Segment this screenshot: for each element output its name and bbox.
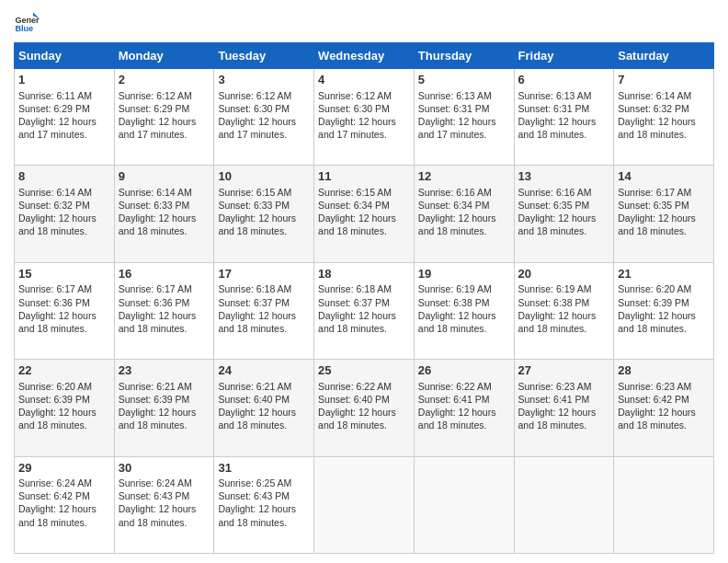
- daylight-label: Daylight: 12 hours and 18 minutes.: [218, 213, 296, 236]
- calendar-cell: 9 Sunrise: 6:14 AM Sunset: 6:33 PM Dayli…: [114, 166, 214, 262]
- daylight-label: Daylight: 12 hours and 18 minutes.: [18, 310, 97, 334]
- calendar-cell: 20 Sunrise: 6:19 AM Sunset: 6:38 PM Dayl…: [514, 262, 614, 359]
- daylight-label: Daylight: 12 hours and 17 minutes.: [418, 116, 496, 140]
- day-number: 22: [18, 362, 110, 379]
- day-number: 26: [418, 362, 510, 379]
- calendar-cell: 13 Sunrise: 6:16 AM Sunset: 6:35 PM Dayl…: [514, 166, 614, 262]
- daylight-label: Daylight: 12 hours and 18 minutes.: [618, 116, 696, 140]
- sunrise-label: Sunrise: 6:24 AM: [18, 477, 92, 488]
- calendar-cell: 25 Sunrise: 6:22 AM Sunset: 6:40 PM Dayl…: [314, 360, 415, 456]
- sunrise-label: Sunrise: 6:13 AM: [518, 90, 592, 101]
- sunrise-label: Sunrise: 6:23 AM: [518, 381, 592, 392]
- sunset-label: Sunset: 6:33 PM: [218, 200, 290, 211]
- sunset-label: Sunset: 6:43 PM: [218, 490, 290, 501]
- calendar-cell: 19 Sunrise: 6:19 AM Sunset: 6:38 PM Dayl…: [414, 262, 514, 359]
- daylight-label: Daylight: 12 hours and 18 minutes.: [119, 310, 197, 334]
- sunset-label: Sunset: 6:39 PM: [18, 394, 90, 405]
- sunset-label: Sunset: 6:35 PM: [618, 200, 689, 211]
- daylight-label: Daylight: 12 hours and 18 minutes.: [318, 310, 396, 334]
- daylight-label: Daylight: 12 hours and 18 minutes.: [119, 407, 197, 431]
- daylight-label: Daylight: 12 hours and 18 minutes.: [18, 503, 97, 527]
- day-number: 2: [119, 72, 210, 88]
- sunset-label: Sunset: 6:34 PM: [318, 200, 390, 211]
- calendar-row: 22 Sunrise: 6:20 AM Sunset: 6:39 PM Dayl…: [15, 360, 714, 456]
- daylight-label: Daylight: 12 hours and 17 minutes.: [18, 116, 97, 140]
- sunset-label: Sunset: 6:33 PM: [119, 200, 190, 211]
- sunset-label: Sunset: 6:30 PM: [218, 103, 290, 114]
- daylight-label: Daylight: 12 hours and 18 minutes.: [518, 116, 597, 140]
- sunrise-label: Sunrise: 6:15 AM: [218, 187, 291, 198]
- sunrise-label: Sunrise: 6:12 AM: [119, 90, 192, 101]
- sunset-label: Sunset: 6:42 PM: [18, 490, 90, 501]
- daylight-label: Daylight: 12 hours and 18 minutes.: [119, 503, 197, 527]
- sunrise-label: Sunrise: 6:14 AM: [618, 90, 691, 101]
- daylight-label: Daylight: 12 hours and 18 minutes.: [618, 310, 696, 334]
- calendar-cell: 24 Sunrise: 6:21 AM Sunset: 6:40 PM Dayl…: [214, 360, 314, 456]
- sunrise-label: Sunrise: 6:21 AM: [218, 381, 291, 392]
- calendar-cell: 22 Sunrise: 6:20 AM Sunset: 6:39 PM Dayl…: [15, 360, 115, 456]
- calendar-cell: 31 Sunrise: 6:25 AM Sunset: 6:43 PM Dayl…: [214, 456, 314, 553]
- day-number: 9: [119, 168, 210, 185]
- sunrise-label: Sunrise: 6:22 AM: [418, 381, 492, 392]
- sunset-label: Sunset: 6:40 PM: [218, 394, 290, 405]
- logo-icon: General Blue: [14, 9, 40, 35]
- sunset-label: Sunset: 6:31 PM: [518, 103, 590, 114]
- calendar-row: 15 Sunrise: 6:17 AM Sunset: 6:36 PM Dayl…: [15, 262, 714, 359]
- calendar-header-row: SundayMondayTuesdayWednesdayThursdayFrid…: [15, 43, 714, 69]
- daylight-label: Daylight: 12 hours and 18 minutes.: [18, 213, 97, 236]
- day-number: 1: [18, 72, 110, 88]
- calendar-cell: 17 Sunrise: 6:18 AM Sunset: 6:37 PM Dayl…: [214, 262, 314, 359]
- calendar-cell: 10 Sunrise: 6:15 AM Sunset: 6:33 PM Dayl…: [214, 166, 314, 262]
- day-number: 10: [218, 168, 310, 185]
- day-number: 29: [18, 460, 110, 477]
- calendar-cell: 5 Sunrise: 6:13 AM Sunset: 6:31 PM Dayli…: [414, 69, 514, 166]
- calendar-cell: 11 Sunrise: 6:15 AM Sunset: 6:34 PM Dayl…: [314, 166, 415, 262]
- day-of-week-header: Sunday: [15, 43, 115, 69]
- day-number: 5: [418, 72, 510, 88]
- day-number: 24: [218, 362, 310, 379]
- calendar-cell: 16 Sunrise: 6:17 AM Sunset: 6:36 PM Dayl…: [114, 262, 214, 359]
- day-number: 4: [318, 72, 410, 88]
- calendar-cell: 27 Sunrise: 6:23 AM Sunset: 6:41 PM Dayl…: [514, 360, 614, 456]
- daylight-label: Daylight: 12 hours and 17 minutes.: [318, 116, 396, 140]
- calendar-cell: 21 Sunrise: 6:20 AM Sunset: 6:39 PM Dayl…: [614, 262, 714, 359]
- day-number: 14: [618, 168, 710, 185]
- day-of-week-header: Saturday: [614, 43, 714, 69]
- daylight-label: Daylight: 12 hours and 18 minutes.: [418, 213, 496, 236]
- sunset-label: Sunset: 6:38 PM: [418, 297, 490, 308]
- day-of-week-header: Thursday: [414, 43, 514, 69]
- day-number: 18: [318, 266, 410, 282]
- sunrise-label: Sunrise: 6:16 AM: [518, 187, 592, 198]
- calendar-cell: 18 Sunrise: 6:18 AM Sunset: 6:37 PM Dayl…: [314, 262, 415, 359]
- calendar-cell: 4 Sunrise: 6:12 AM Sunset: 6:30 PM Dayli…: [314, 69, 415, 166]
- day-number: 17: [218, 266, 310, 282]
- day-number: 6: [518, 72, 610, 88]
- day-number: 13: [518, 168, 610, 185]
- logo: General Blue: [14, 9, 40, 35]
- sunrise-label: Sunrise: 6:19 AM: [518, 283, 592, 294]
- sunrise-label: Sunrise: 6:14 AM: [119, 187, 192, 198]
- day-number: 20: [518, 266, 610, 282]
- day-of-week-header: Tuesday: [214, 43, 314, 69]
- sunset-label: Sunset: 6:43 PM: [119, 490, 190, 501]
- daylight-label: Daylight: 12 hours and 17 minutes.: [119, 116, 197, 140]
- sunset-label: Sunset: 6:40 PM: [318, 394, 390, 405]
- daylight-label: Daylight: 12 hours and 18 minutes.: [418, 407, 496, 431]
- day-number: 15: [18, 266, 110, 282]
- daylight-label: Daylight: 12 hours and 18 minutes.: [218, 503, 296, 527]
- daylight-label: Daylight: 12 hours and 18 minutes.: [518, 213, 597, 236]
- day-number: 28: [618, 362, 710, 379]
- calendar-row: 1 Sunrise: 6:11 AM Sunset: 6:29 PM Dayli…: [15, 69, 714, 166]
- sunset-label: Sunset: 6:29 PM: [119, 103, 190, 114]
- calendar-cell: 7 Sunrise: 6:14 AM Sunset: 6:32 PM Dayli…: [614, 69, 714, 166]
- svg-text:Blue: Blue: [15, 24, 33, 33]
- header: General Blue: [14, 9, 714, 35]
- sunset-label: Sunset: 6:34 PM: [418, 200, 490, 211]
- sunrise-label: Sunrise: 6:17 AM: [18, 283, 92, 294]
- calendar-cell: [314, 456, 415, 553]
- day-number: 8: [18, 168, 110, 185]
- day-number: 3: [218, 72, 310, 88]
- day-of-week-header: Friday: [514, 43, 614, 69]
- sunset-label: Sunset: 6:32 PM: [618, 103, 689, 114]
- sunset-label: Sunset: 6:39 PM: [618, 297, 689, 308]
